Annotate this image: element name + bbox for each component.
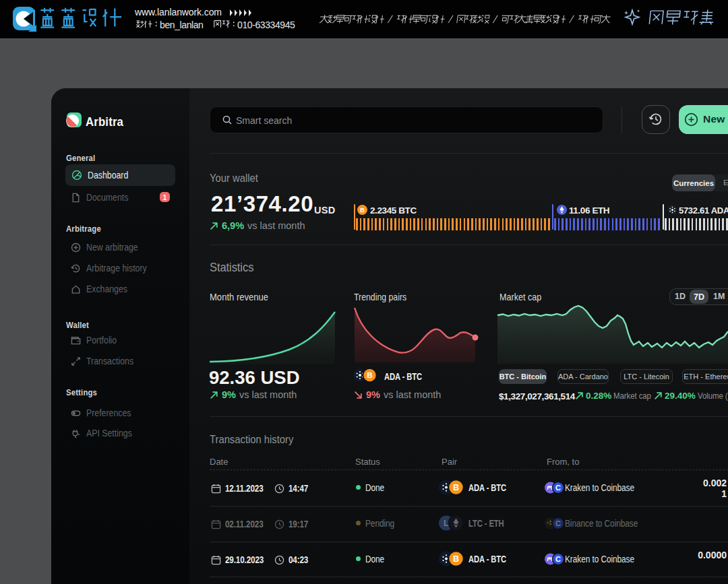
- svg-text:B: B: [367, 371, 372, 379]
- svg-text:C: C: [555, 484, 561, 492]
- svg-text:B: B: [360, 206, 365, 214]
- svg-text:C: C: [555, 555, 561, 563]
- svg-text:C: C: [555, 519, 561, 527]
- svg-text:B: B: [453, 554, 459, 564]
- svg-text:B: B: [453, 483, 459, 492]
